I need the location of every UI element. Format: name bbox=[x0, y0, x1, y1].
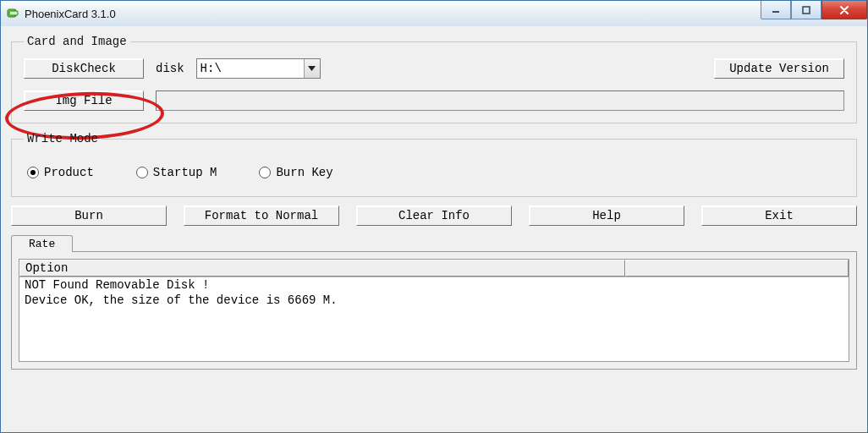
app-icon bbox=[6, 7, 19, 20]
burn-button[interactable]: Burn bbox=[11, 206, 167, 226]
disk-label: disk bbox=[156, 62, 184, 75]
diskcheck-button[interactable]: DiskCheck bbox=[24, 58, 144, 79]
card-and-image-group: Card and Image DiskCheck disk Update Ver… bbox=[11, 35, 857, 123]
radio-product[interactable]: Product bbox=[27, 166, 94, 179]
radio-dot-icon bbox=[136, 167, 148, 178]
svg-rect-1 bbox=[9, 11, 18, 15]
radio-dot-icon bbox=[259, 167, 271, 178]
img-path-field[interactable] bbox=[156, 90, 844, 111]
tab-panel: Option NOT Found Removable Disk ! Device… bbox=[11, 252, 857, 370]
disk-select[interactable] bbox=[196, 58, 321, 79]
list-column-option[interactable]: Option bbox=[19, 260, 625, 277]
app-window: PhoenixCard 3.1.0 Card and Image DiskChe… bbox=[0, 0, 868, 433]
format-button[interactable]: Format to Normal bbox=[184, 206, 339, 226]
chevron-down-icon[interactable] bbox=[304, 59, 320, 78]
list-column-2[interactable] bbox=[625, 260, 849, 277]
titlebar: PhoenixCard 3.1.0 bbox=[1, 1, 867, 27]
clear-info-button[interactable]: Clear Info bbox=[356, 206, 512, 226]
window-controls bbox=[761, 1, 867, 19]
log-body: NOT Found Removable Disk ! Device OK, th… bbox=[19, 277, 849, 309]
radio-burnkey[interactable]: Burn Key bbox=[259, 166, 332, 179]
radio-startup[interactable]: Startup M bbox=[136, 166, 217, 179]
help-button[interactable]: Help bbox=[529, 206, 684, 226]
card-and-image-legend: Card and Image bbox=[24, 35, 130, 48]
tabstrip: Rate bbox=[11, 234, 857, 252]
maximize-button[interactable] bbox=[791, 1, 821, 19]
close-button[interactable] bbox=[821, 1, 867, 19]
client-area: Card and Image DiskCheck disk Update Ver… bbox=[1, 26, 867, 432]
tab-rate[interactable]: Rate bbox=[11, 235, 73, 252]
minimize-button[interactable] bbox=[761, 1, 791, 19]
window-title: PhoenixCard 3.1.0 bbox=[25, 8, 116, 20]
write-mode-legend: Write Mode bbox=[24, 132, 102, 145]
list-header: Option bbox=[19, 260, 849, 277]
radio-label: Burn Key bbox=[276, 166, 332, 179]
exit-button[interactable]: Exit bbox=[701, 206, 857, 226]
radio-dot-icon bbox=[27, 167, 39, 178]
write-mode-group: Write Mode Product Startup M Burn Key bbox=[11, 132, 857, 197]
action-row: Burn Format to Normal Clear Info Help Ex… bbox=[11, 206, 857, 226]
update-version-button[interactable]: Update Version bbox=[714, 58, 844, 79]
svg-rect-2 bbox=[772, 11, 779, 13]
radio-label: Product bbox=[44, 166, 94, 179]
disk-select-value[interactable] bbox=[197, 59, 304, 78]
radio-label: Startup M bbox=[153, 166, 217, 179]
img-file-button[interactable]: Img File bbox=[24, 90, 144, 111]
log-listview[interactable]: Option NOT Found Removable Disk ! Device… bbox=[19, 259, 849, 362]
svg-rect-3 bbox=[803, 7, 810, 14]
